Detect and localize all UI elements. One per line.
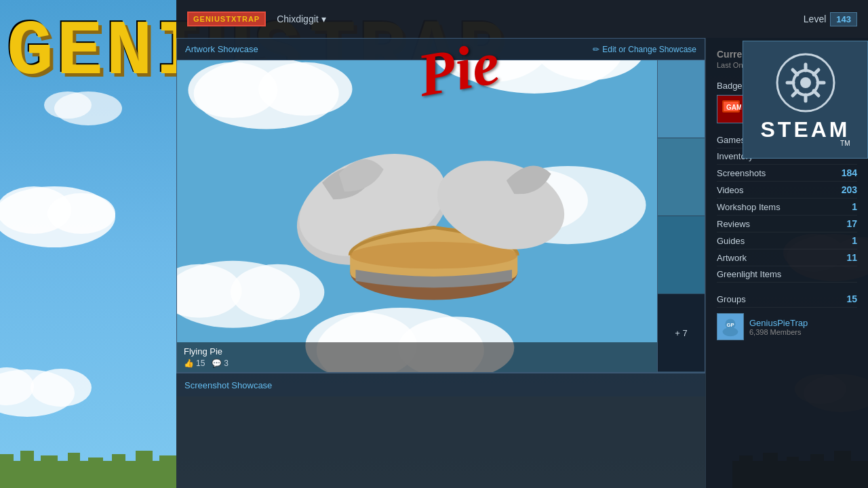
games-label: Games (717, 135, 745, 145)
svg-line-69 (793, 70, 797, 75)
videos-value: 203 (842, 184, 857, 195)
username-button[interactable]: Chixdiggit ▾ (277, 14, 326, 24)
artwork-likes: 👍 15 (184, 359, 205, 368)
svg-text:GAME: GAME (726, 104, 741, 111)
artwork-comments: 💬 3 (212, 359, 229, 368)
comment-icon: 💬 (212, 359, 222, 368)
artwork-caption: Flying Pie 👍 15 💬 3 (177, 342, 657, 372)
showcase-title: Artwork Showcase (185, 44, 258, 54)
steam-logo-container: STEAM TM (761, 52, 850, 147)
guides-value: 1 (852, 235, 857, 246)
pencil-icon: ✏ (593, 45, 599, 54)
steam-text: STEAM (761, 117, 850, 142)
artwork-label: Artwork (717, 253, 747, 263)
screenshot-showcase[interactable]: Screenshot Showcase (176, 373, 705, 396)
groups-label: Groups (717, 294, 746, 304)
level-label: Level (804, 14, 826, 24)
like-icon: 👍 (184, 359, 194, 368)
top-nav: GENIUSTXTRAP Chixdiggit ▾ Level 143 (176, 0, 868, 38)
artwork-showcase-section: Artwork Showcase ✏ Edit or Change Showca… (176, 38, 705, 373)
svg-point-64 (800, 77, 811, 88)
svg-line-71 (814, 70, 818, 75)
edit-showcase-button[interactable]: ✏ Edit or Change Showcase (593, 45, 696, 54)
artwork-name: Flying Pie (184, 346, 650, 357)
level-number: 143 (830, 12, 857, 26)
more-label: + 7 (675, 328, 687, 338)
showcase-header: Artwork Showcase ✏ Edit or Change Showca… (177, 39, 705, 60)
svg-text:GP: GP (727, 322, 734, 328)
artwork-row: Artwork 11 (717, 249, 857, 266)
thumbnail-strip: + 7 (657, 60, 705, 372)
guides-row: Guides 1 (717, 232, 857, 249)
dropdown-icon: ▾ (321, 14, 326, 24)
workshop-row: Workshop Items 1 (717, 199, 857, 216)
reviews-value: 17 (846, 218, 857, 229)
groups-row: Groups 15 (717, 291, 857, 308)
likes-count: 15 (196, 359, 205, 368)
svg-line-70 (814, 91, 818, 96)
steam-logo-area: STEAM TM (743, 41, 868, 159)
workshop-value: 1 (852, 201, 857, 212)
guides-label: Guides (717, 236, 745, 246)
artwork-canvas: Flying Pie 👍 15 💬 3 (177, 60, 657, 372)
thumbnail-2[interactable] (658, 138, 705, 216)
artwork-stats: 👍 15 💬 3 (184, 359, 650, 368)
reviews-row: Reviews 17 (717, 216, 857, 232)
group-avatar: GP (717, 313, 744, 340)
videos-row: Videos 203 (717, 182, 857, 199)
thumbnail-3[interactable] (658, 216, 705, 294)
steam-logo-svg (775, 52, 836, 113)
svg-line-72 (793, 91, 797, 96)
screenshot-showcase-title: Screenshot Showcase (184, 380, 272, 390)
artwork-value: 11 (846, 252, 857, 263)
username-label: Chixdiggit (277, 14, 318, 24)
svg-point-34 (258, 62, 352, 116)
groups-value: 15 (846, 293, 857, 304)
reviews-label: Reviews (717, 219, 750, 229)
workshop-label: Workshop Items (717, 202, 781, 212)
stats-list: Games 3,147 Inventory Screenshots 184 Vi… (717, 131, 857, 340)
showcase-image[interactable]: Flying Pie 👍 15 💬 3 (177, 60, 657, 372)
greenlight-row: Greenlight Items (717, 266, 857, 283)
group-item-1[interactable]: GP GeniusPieTrap 6,398 Members (717, 313, 857, 340)
groups-section: Groups 15 GP Ge (717, 291, 857, 340)
screenshots-label: Screenshots (717, 168, 766, 178)
more-thumbnails[interactable]: + 7 (658, 294, 705, 372)
profile-main: Artwork Showcase ✏ Edit or Change Showca… (176, 38, 705, 488)
steam-tm: TM (840, 140, 850, 147)
group-members: 6,398 Members (749, 328, 857, 336)
genius-trap-badge: GENIUSTXTRAP (187, 12, 266, 26)
group-name: GeniusPieTrap (749, 318, 857, 328)
screenshots-row: Screenshots 184 (717, 165, 857, 182)
group-info: GeniusPieTrap 6,398 Members (749, 318, 857, 336)
level-badge: Level 143 (804, 12, 857, 26)
screenshots-value: 184 (842, 167, 857, 178)
svg-point-39 (231, 264, 324, 320)
edit-showcase-label: Edit or Change Showcase (602, 45, 696, 54)
showcase-content: Flying Pie 👍 15 💬 3 (177, 60, 705, 372)
videos-label: Videos (717, 185, 744, 195)
greenlight-label: Greenlight Items (717, 269, 781, 279)
comments-count: 3 (224, 359, 229, 368)
badge-1[interactable]: GAME (717, 95, 745, 123)
thumbnail-1[interactable] (658, 60, 705, 138)
